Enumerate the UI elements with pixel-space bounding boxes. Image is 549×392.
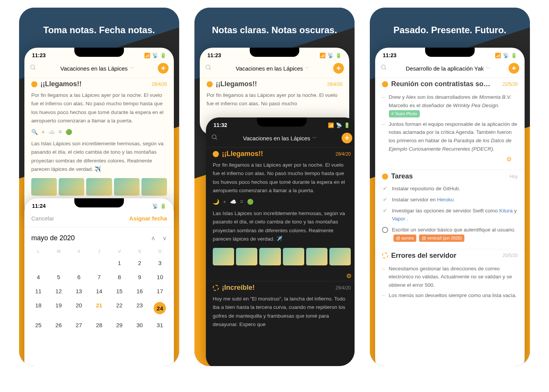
- task-item[interactable]: ✔ Instalar repositorio de GitHub.: [382, 183, 518, 194]
- tag-chip[interactable]: @ venica3 (jun 2020): [419, 235, 464, 242]
- wifi-icon: 📡: [152, 203, 158, 209]
- svg-point-6: [381, 65, 385, 69]
- calendar-day[interactable]: 5: [48, 270, 69, 284]
- gear-icon[interactable]: ⚙: [506, 156, 512, 163]
- status-bar: 11:23 📶 📡 🔋: [375, 51, 525, 61]
- status-icons: 📶 📡 🔋: [495, 53, 517, 58]
- note-entry[interactable]: ¡Increíble! 29/4/20 Hoy me subí en "El m…: [206, 281, 355, 334]
- calendar-day[interactable]: 17: [150, 284, 170, 298]
- note-options: ⚙: [382, 154, 518, 164]
- thumbnail[interactable]: [236, 248, 257, 265]
- gear-icon[interactable]: ⚙: [346, 272, 352, 280]
- search-icon[interactable]: [205, 64, 212, 72]
- note-body: Por fin llegamos a las Lápices ayer por …: [207, 91, 342, 108]
- search-icon[interactable]: [211, 134, 218, 142]
- open-circle-icon[interactable]: [382, 227, 388, 233]
- next-month-button[interactable]: ∨: [162, 235, 167, 242]
- image-thumbnails[interactable]: [213, 248, 351, 265]
- add-note-button[interactable]: +: [158, 63, 169, 74]
- category-dropdown[interactable]: Vacaciones en las Lápices ﹀: [40, 65, 154, 72]
- calendar-day: [69, 256, 89, 270]
- link[interactable]: Heroku: [437, 197, 454, 202]
- calendar-day[interactable]: 29: [109, 318, 130, 332]
- tag-chip[interactable]: @ aurora: [393, 235, 416, 242]
- note-body: Por fin llegamos a las Lápices ayer por …: [213, 161, 351, 195]
- calendar-day[interactable]: 21: [89, 298, 109, 318]
- thumbnail[interactable]: [141, 178, 167, 196]
- assign-date-button[interactable]: Asignar fecha: [129, 215, 167, 222]
- note-date: 28/4/20: [327, 82, 342, 87]
- calendar-day[interactable]: 11: [28, 284, 48, 298]
- calendar-day[interactable]: 2: [130, 256, 150, 270]
- thumbnail[interactable]: [329, 248, 351, 265]
- add-note-button[interactable]: +: [333, 63, 344, 74]
- calendar-day[interactable]: 1: [109, 256, 130, 270]
- category-dropdown[interactable]: Vacaciones en las Lápices ﹀: [216, 65, 329, 72]
- thumbnail[interactable]: [31, 178, 57, 196]
- checkmark-icon[interactable]: ✔: [382, 208, 388, 214]
- calendar-day[interactable]: 26: [48, 318, 69, 332]
- note-entry[interactable]: ¡¡Llegamos!! 28/4/20 Por fin llegamos a …: [200, 77, 349, 114]
- link[interactable]: Vapor: [392, 216, 405, 222]
- task-item[interactable]: ✔ Instalar servidor en Heroku: [382, 194, 518, 206]
- calendar-day[interactable]: 6: [69, 270, 89, 284]
- calendar-day[interactable]: 27: [69, 318, 89, 332]
- thumbnail[interactable]: [59, 178, 84, 196]
- calendar-day[interactable]: 22: [109, 298, 130, 318]
- note-body-2: Las Islas Lápices son increíblemente her…: [213, 209, 351, 243]
- calendar-day[interactable]: 24: [150, 298, 170, 318]
- checkmark-icon[interactable]: ✔: [382, 197, 388, 203]
- thumbnail[interactable]: [86, 178, 112, 196]
- calendar-day[interactable]: 3: [150, 256, 170, 270]
- note-entry-errors[interactable]: Errores del servidor 20/5/20 – Necesitam…: [375, 249, 525, 306]
- thumbnail[interactable]: [114, 178, 140, 196]
- dropdown-label: Desarrollo de la aplicación Yak: [406, 65, 484, 72]
- add-note-button[interactable]: +: [342, 133, 352, 143]
- calendar-day[interactable]: 16: [130, 284, 150, 298]
- note-entry[interactable]: ¡¡Llegamos!! 28/4/20 Por fin llegamos a …: [24, 77, 174, 201]
- search-icon[interactable]: [380, 64, 387, 72]
- note-entry-meeting[interactable]: Reunión con contratistas so… 22/5/20 – D…: [375, 77, 525, 170]
- calendar-day[interactable]: 23: [130, 298, 150, 318]
- note-title: ¡¡Llegamos!!: [216, 80, 257, 88]
- calendar-day[interactable]: 8: [109, 270, 130, 284]
- calendar-day[interactable]: 20: [69, 298, 89, 318]
- calendar-day[interactable]: 19: [48, 298, 69, 318]
- note-entry[interactable]: ¡¡Llegamos!! 28/4/20 Por fin llegamos a …: [206, 147, 355, 271]
- category-dropdown[interactable]: Desarrollo de la aplicación Yak ﹀: [391, 65, 505, 72]
- checkmark-icon[interactable]: ✔: [382, 186, 388, 192]
- calendar-day[interactable]: 14: [89, 284, 109, 298]
- month-label: mayo de 2020: [31, 234, 75, 242]
- calendar-day[interactable]: 30: [130, 318, 150, 332]
- calendar-day[interactable]: 10: [150, 270, 170, 284]
- app-header: Desarrollo de la aplicación Yak ﹀ +: [375, 61, 525, 77]
- task-item[interactable]: Escribir un servidor básico que autentif…: [382, 225, 518, 244]
- calendar-day[interactable]: 4: [28, 270, 48, 284]
- calendar-day[interactable]: 9: [130, 270, 150, 284]
- note-entry-tasks[interactable]: Tareas Hoy ✔ Instalar repositorio de Git…: [375, 170, 525, 249]
- search-icon[interactable]: [30, 64, 37, 72]
- thumbnail[interactable]: [306, 248, 327, 265]
- prev-month-button[interactable]: ∧: [151, 235, 156, 242]
- calendar-day[interactable]: 12: [48, 284, 69, 298]
- add-note-button[interactable]: +: [509, 63, 519, 74]
- category-dropdown[interactable]: Vacaciones en las Lápices ﹀: [222, 135, 338, 141]
- calendar-day[interactable]: 15: [109, 284, 130, 298]
- task-item[interactable]: ✔ Investigar las opciones de servidor Sw…: [382, 206, 518, 225]
- thumbnail[interactable]: [259, 248, 281, 265]
- tag-chip[interactable]: # Team Photo: [389, 110, 420, 118]
- calendar-day[interactable]: 25: [28, 318, 48, 332]
- cancel-button[interactable]: Cancelar: [31, 215, 54, 222]
- image-thumbnails[interactable]: [31, 178, 167, 196]
- link[interactable]: Kitura: [499, 208, 512, 214]
- calendar-day[interactable]: 7: [89, 270, 109, 284]
- status-bar: 11:24 📡 🔋: [24, 201, 174, 211]
- calendar-weekday: M: [48, 247, 69, 256]
- calendar-day[interactable]: 13: [69, 284, 89, 298]
- thumbnail[interactable]: [213, 248, 234, 265]
- calendar-day[interactable]: 18: [28, 298, 48, 318]
- battery-icon: 🔋: [160, 203, 166, 209]
- calendar-day[interactable]: 31: [150, 318, 170, 332]
- calendar-day[interactable]: 28: [89, 318, 109, 332]
- thumbnail[interactable]: [283, 248, 304, 265]
